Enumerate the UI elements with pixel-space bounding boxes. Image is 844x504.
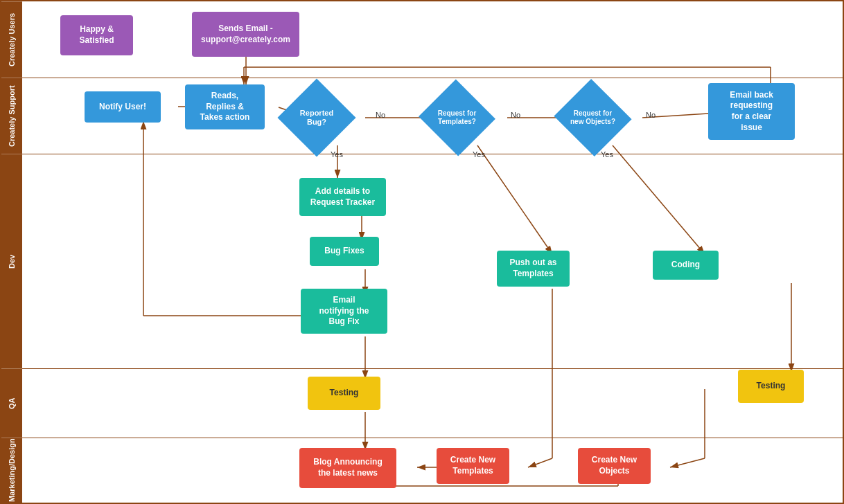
lane-line-2	[22, 154, 843, 154]
lane-line-1	[22, 78, 843, 78]
label-no-1: No	[376, 111, 385, 119]
node-happy-satisfied[interactable]: Happy & Satisfied	[60, 15, 133, 55]
node-reported-bug[interactable]: ReportedBug?	[289, 90, 344, 145]
node-add-details[interactable]: Add details toRequest Tracker	[299, 178, 386, 216]
node-sends-email[interactable]: Sends Email - support@creately.com	[192, 12, 299, 57]
lane-label-creately-users: Creately Users	[1, 1, 22, 78]
lane-line-4	[22, 438, 843, 438]
swim-lanes: Creately Users Creately Support Dev QA M…	[1, 1, 22, 503]
node-notify-user[interactable]: Notify User!	[85, 91, 161, 123]
label-yes-1: Yes	[331, 150, 343, 159]
node-create-templates[interactable]: Create NewTemplates	[437, 448, 509, 484]
node-bug-fixes[interactable]: Bug Fixes	[310, 237, 379, 266]
node-reads-replies[interactable]: Reads,Replies &Takes action	[185, 84, 265, 129]
label-yes-3: Yes	[601, 150, 613, 159]
node-email-notifying[interactable]: Emailnotifying theBug Fix	[301, 289, 387, 334]
node-create-objects[interactable]: Create NewObjects	[578, 448, 651, 484]
diagram-container: Creately Users Creately Support Dev QA M…	[0, 0, 844, 504]
node-coding[interactable]: Coding	[653, 251, 719, 280]
lane-label-dev: Dev	[1, 154, 22, 368]
node-testing-left[interactable]: Testing	[308, 377, 380, 410]
node-request-objects[interactable]: Request fornew Objects?	[563, 90, 623, 145]
lane-label-qa: QA	[1, 368, 22, 438]
lane-label-marketing: Marketing/Design	[1, 438, 22, 503]
label-no-3: No	[646, 111, 656, 119]
lane-dividers	[22, 1, 843, 503]
node-blog-announcing[interactable]: Blog Announcingthe latest news	[299, 448, 396, 488]
node-testing-right[interactable]: Testing	[738, 370, 804, 403]
label-no-2: No	[511, 111, 520, 119]
node-email-back[interactable]: Email backrequestingfor a clearissue	[708, 83, 795, 140]
label-yes-2: Yes	[473, 150, 485, 159]
node-request-templates[interactable]: Request forTemplates?	[428, 90, 486, 145]
lane-label-creately-support: Creately Support	[1, 78, 22, 154]
lane-line-3	[22, 368, 843, 369]
node-push-templates[interactable]: Push out asTemplates	[497, 251, 570, 287]
